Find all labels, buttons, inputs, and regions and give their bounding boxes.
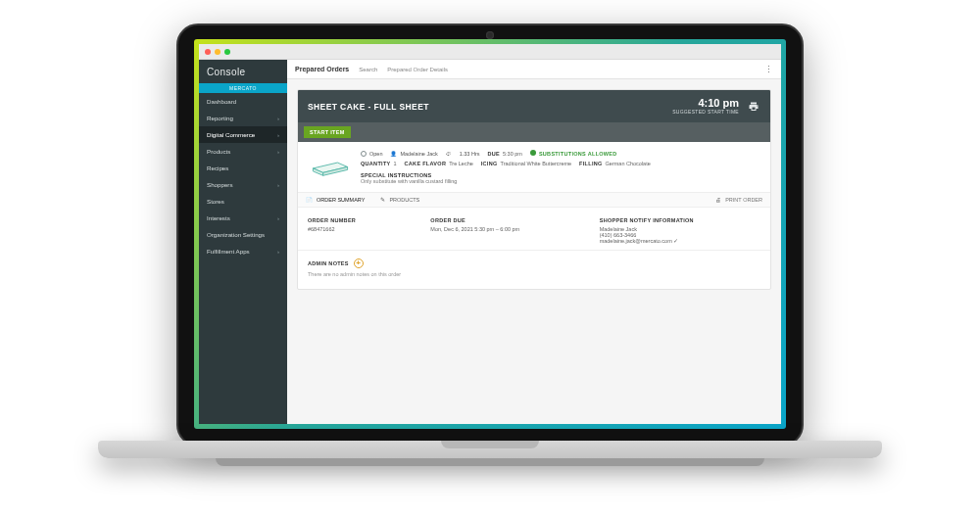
duration-value: 1.33 Hrs — [460, 151, 480, 157]
main-pane: Prepared Orders Search Prepared Order De… — [287, 60, 781, 424]
assignee-name: 👤Madelaine Jack — [390, 151, 437, 157]
more-menu-button[interactable]: ⋮ — [764, 65, 773, 74]
sidebar-item-dashboard[interactable]: Dashboard — [199, 93, 287, 110]
sidebar-item-stores[interactable]: Stores — [199, 193, 287, 210]
item-details: Open 👤Madelaine Jack ⏱ 1.33 Hrs DUE5:30 … — [298, 142, 770, 192]
brand-ribbon: MERCATO — [199, 83, 287, 93]
card-header: SHEET CAKE - FULL SHEET 4:10 pm SUGGESTE… — [298, 90, 770, 122]
topbar: Prepared Orders Search Prepared Order De… — [287, 60, 781, 79]
suggested-start-time: 4:10 pm — [672, 98, 739, 109]
special-instructions: SPECIAL INSTRUCTIONS Only substitute wit… — [361, 172, 760, 184]
list-icon: 📄 — [306, 197, 313, 203]
breadcrumb-details[interactable]: Prepared Order Details — [387, 67, 448, 72]
breadcrumb-search[interactable]: Search — [359, 67, 377, 72]
camera — [486, 31, 494, 39]
sidebar-item-label: Reporting — [207, 115, 233, 121]
suggested-start-label: SUGGESTED START TIME — [672, 109, 739, 115]
laptop-mockup: Console MERCATO DashboardReporting›Digit… — [88, 24, 892, 494]
sidebar-item-shoppers[interactable]: Shoppers› — [199, 176, 287, 193]
due-time: DUE5:30 pm — [487, 151, 521, 157]
order-number-label: ORDER NUMBER — [308, 217, 422, 223]
start-item-button[interactable]: START ITEM — [304, 126, 351, 138]
window-titlebar — [199, 44, 781, 60]
admin-notes-label: ADMIN NOTES — [308, 260, 349, 266]
section-title: Prepared Orders — [295, 66, 349, 72]
tab-order-summary[interactable]: 📄 ORDER SUMMARY — [298, 193, 372, 207]
sidebar-item-label: Fulfillment Apps — [207, 248, 250, 255]
attr-quantity: QUANTITY1 — [361, 161, 397, 166]
add-note-button[interactable]: + — [354, 258, 364, 268]
tabs-bar: 📄 ORDER SUMMARY ✎ PRODUCTS — [298, 192, 770, 208]
sidebar-item-reporting[interactable]: Reporting› — [199, 110, 287, 126]
status-open: Open — [361, 151, 382, 157]
attr-filling: FILLINGGerman Chocolate — [579, 161, 651, 166]
attributes-row: QUANTITY1CAKE FLAVORTre LecheICINGTradit… — [361, 161, 760, 166]
app-body: Console MERCATO DashboardReporting›Digit… — [199, 60, 781, 424]
clock-icon: ⏱ — [446, 151, 452, 157]
sidebar-item-interests[interactable]: Interests› — [199, 210, 287, 226]
order-due-value: Mon, Dec 6, 2021 5:30 pm – 6:00 pm — [430, 226, 591, 232]
desktop-wallpaper: Console MERCATO DashboardReporting›Digit… — [194, 39, 786, 429]
shopper-notify-label: SHOPPER NOTIFY INFORMATION — [600, 217, 760, 223]
chevron-right-icon: › — [277, 182, 279, 188]
attr-icing: ICINGTraditional White Buttercreme — [481, 161, 571, 166]
sidebar-nav: DashboardReporting›Digital Commerce›Prod… — [199, 93, 287, 259]
print-icon: 🖨 — [715, 197, 721, 203]
order-number-link[interactable]: #68471662 — [308, 226, 422, 232]
sidebar-item-label: Recipes — [207, 164, 228, 171]
substitutions-allowed: SUBSTITUTIONS ALLOWED — [530, 150, 617, 157]
tab-products[interactable]: ✎ PRODUCTS — [372, 193, 427, 207]
shopper-email-link[interactable]: madelaine.jack@mercato.com ✓ — [600, 238, 760, 244]
print-icon[interactable] — [747, 100, 760, 114]
sidebar-item-digital-commerce[interactable]: Digital Commerce› — [199, 126, 287, 143]
print-order-button[interactable]: 🖨 PRINT ORDER — [708, 193, 770, 207]
admin-notes: ADMIN NOTES + There are no admin notes o… — [298, 250, 770, 289]
close-window-button[interactable] — [205, 49, 211, 55]
sidebar-item-label: Products — [207, 148, 230, 155]
special-instructions-text: Only substitute with vanilla custard fil… — [361, 178, 760, 184]
sidebar-item-fulfillment-apps[interactable]: Fulfillment Apps› — [199, 243, 287, 259]
app-window: Console MERCATO DashboardReporting›Digit… — [199, 44, 781, 424]
pencil-icon: ✎ — [380, 197, 385, 203]
admin-notes-empty: There are no admin notes on this order — [308, 271, 760, 277]
laptop-base — [98, 441, 882, 476]
sidebar-item-label: Interests — [207, 214, 230, 221]
sidebar-item-products[interactable]: Products› — [199, 143, 287, 160]
minimize-window-button[interactable] — [215, 49, 220, 55]
chevron-right-icon: › — [277, 132, 279, 138]
chevron-right-icon: › — [277, 116, 279, 121]
chevron-right-icon: › — [277, 149, 279, 155]
chevron-right-icon: › — [277, 249, 279, 255]
sidebar-item-label: Dashboard — [207, 98, 236, 105]
maximize-window-button[interactable] — [224, 49, 230, 55]
screen-bezel: Console MERCATO DashboardReporting›Digit… — [176, 24, 804, 446]
order-due-label: ORDER DUE — [430, 217, 591, 223]
sidebar-item-label: Organization Settings — [207, 231, 265, 238]
header-due: 4:10 pm SUGGESTED START TIME — [672, 98, 760, 115]
sidebar-item-label: Stores — [207, 198, 224, 205]
sidebar-item-label: Shoppers — [207, 181, 233, 188]
sidebar: Console MERCATO DashboardReporting›Digit… — [199, 60, 287, 424]
attr-cake-flavor: CAKE FLAVORTre Leche — [405, 161, 473, 166]
sidebar-item-recipes[interactable]: Recipes — [199, 160, 287, 176]
action-bar: START ITEM — [298, 122, 770, 142]
product-thumbnail — [308, 150, 353, 181]
order-card: SHEET CAKE - FULL SHEET 4:10 pm SUGGESTE… — [297, 89, 771, 290]
order-summary: ORDER NUMBER #68471662 ORDER DUE Mon, De… — [298, 208, 770, 250]
item-title: SHEET CAKE - FULL SHEET — [308, 102, 429, 112]
brand-title: Console — [199, 60, 287, 83]
sidebar-item-label: Digital Commerce — [207, 131, 255, 138]
content-area: SHEET CAKE - FULL SHEET 4:10 pm SUGGESTE… — [287, 79, 781, 424]
sidebar-item-organization-settings[interactable]: Organization Settings — [199, 226, 287, 243]
chevron-right-icon: › — [277, 215, 279, 221]
